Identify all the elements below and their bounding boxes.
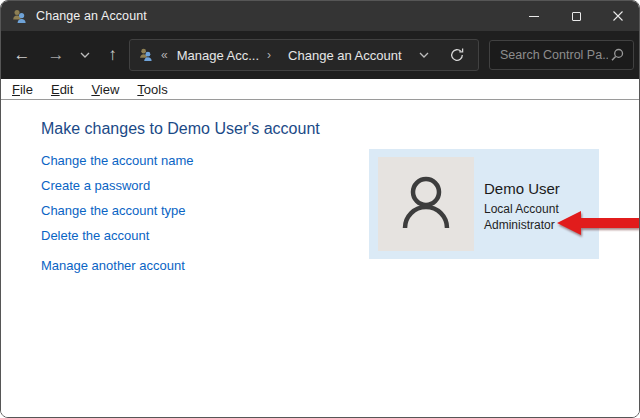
minimize-icon xyxy=(529,16,539,17)
close-button[interactable] xyxy=(597,1,639,31)
breadcrumb-separator-icon: › xyxy=(267,48,271,62)
change-account-window: Change an Account ← → xyxy=(0,0,640,418)
link-delete-account[interactable]: Delete the account xyxy=(41,229,194,242)
link-change-account-name[interactable]: Change the account name xyxy=(41,154,194,167)
back-icon: ← xyxy=(14,45,31,65)
maximize-button[interactable] xyxy=(555,1,597,31)
window-controls xyxy=(513,1,639,31)
menu-edit[interactable]: Edit xyxy=(42,82,82,97)
link-change-account-type[interactable]: Change the account type xyxy=(41,204,194,217)
forward-icon: → xyxy=(48,45,65,65)
link-create-password[interactable]: Create a password xyxy=(41,179,194,192)
breadcrumb-overflow-chevron[interactable]: « xyxy=(161,48,168,62)
window-title: Change an Account xyxy=(36,9,147,23)
menu-view[interactable]: View xyxy=(82,82,128,97)
person-icon xyxy=(390,168,462,240)
back-button[interactable]: ← xyxy=(7,31,37,79)
account-kind: Local Account xyxy=(484,201,560,217)
account-info: Demo User Local Account Administrator xyxy=(484,180,560,233)
account-role: Administrator xyxy=(484,217,560,233)
user-accounts-icon xyxy=(11,9,27,24)
main-content: Make changes to Demo User's account Chan… xyxy=(1,100,639,417)
menu-bar: File Edit View Tools xyxy=(1,79,639,100)
avatar xyxy=(378,157,474,251)
user-accounts-icon-small xyxy=(138,48,153,62)
maximize-icon xyxy=(572,12,581,21)
address-bar-actions xyxy=(405,47,478,63)
minimize-button[interactable] xyxy=(513,1,555,31)
address-dropdown-button[interactable] xyxy=(405,52,443,58)
account-tile: Demo User Local Account Administrator xyxy=(369,149,599,259)
annotation-arrow-icon xyxy=(556,209,640,237)
address-bar: « Manage Acc... › Change an Account xyxy=(129,39,479,71)
chevron-down-icon xyxy=(80,52,90,58)
menu-tools[interactable]: Tools xyxy=(128,82,176,97)
titlebar: Change an Account xyxy=(1,1,639,31)
breadcrumb-parent[interactable]: Manage Acc... xyxy=(177,48,259,63)
navigation-toolbar: ← → ↑ « Manage Acc... › xyxy=(1,31,639,79)
close-icon xyxy=(612,10,624,22)
recent-pages-button[interactable] xyxy=(73,31,97,79)
link-manage-another-account[interactable]: Manage another account xyxy=(41,259,194,272)
task-links: Change the account name Create a passwor… xyxy=(41,154,194,284)
page-title: Make changes to Demo User's account xyxy=(41,120,320,138)
search-box xyxy=(489,40,634,70)
account-name: Demo User xyxy=(484,180,560,197)
refresh-icon xyxy=(449,47,465,63)
menu-file[interactable]: File xyxy=(3,82,42,97)
chevron-down-icon xyxy=(419,52,429,58)
refresh-button[interactable] xyxy=(443,47,478,63)
search-input[interactable] xyxy=(490,47,610,63)
breadcrumb-current[interactable]: Change an Account xyxy=(288,48,401,63)
up-button[interactable]: ↑ xyxy=(97,31,128,79)
search-icon xyxy=(610,48,624,62)
up-icon: ↑ xyxy=(108,45,117,65)
forward-button[interactable]: → xyxy=(41,31,71,79)
